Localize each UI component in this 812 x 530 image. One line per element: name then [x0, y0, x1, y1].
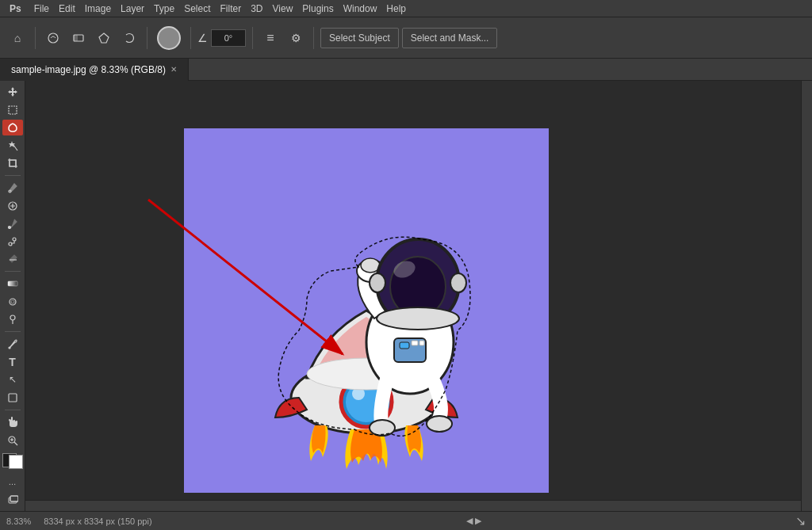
eyedropper-tool[interactable] [2, 180, 23, 196]
svg-rect-5 [10, 160, 16, 166]
blur-tool[interactable] [2, 294, 23, 310]
menu-help[interactable]: Help [381, 2, 411, 16]
lasso-tool[interactable] [2, 120, 23, 135]
home-button[interactable]: ⌂ [6, 27, 29, 49]
magnetic-btn[interactable] [118, 27, 140, 49]
svg-point-42 [370, 273, 385, 292]
toolbar-separator-2 [147, 27, 147, 49]
svg-point-13 [10, 299, 16, 305]
dodge-tool[interactable] [2, 311, 23, 327]
svg-line-20 [14, 442, 17, 445]
select-and-mask-button[interactable]: Select and Mask... [402, 28, 498, 48]
menu-view[interactable]: View [268, 2, 298, 16]
mode-icon-btn[interactable]: ≡ [259, 27, 282, 49]
background-color[interactable] [9, 455, 23, 469]
selection-rect-tool[interactable] [2, 101, 23, 117]
toolbar-separator-5 [313, 27, 314, 49]
brush-tool[interactable] [2, 215, 23, 231]
main-area: T ↖ … [0, 81, 812, 511]
settings-icon-btn[interactable]: ⚙ [285, 27, 307, 49]
tab-close-icon[interactable]: ✕ [170, 65, 177, 74]
menu-bar: Ps File Edit Image Layer Type Select Fil… [0, 0, 812, 17]
menu-plugins[interactable]: Plugins [297, 2, 338, 16]
menu-layer[interactable]: Layer [116, 2, 149, 16]
pen-tool[interactable] [2, 336, 23, 352]
svg-rect-34 [412, 341, 418, 345]
angle-input[interactable] [211, 29, 246, 47]
svg-line-4 [13, 145, 17, 151]
menu-image[interactable]: Image [80, 2, 116, 16]
toolbar-separator-4 [252, 27, 253, 49]
magic-wand-tool[interactable] [2, 137, 23, 153]
select-subject-button[interactable]: Select Subject [320, 28, 399, 48]
crop-tool[interactable] [2, 155, 23, 171]
svg-point-9 [13, 238, 16, 241]
lasso-single-btn[interactable] [67, 27, 90, 49]
tab-bar: sample-image.jpg @ 8.33% (RGB/8) ✕ [0, 59, 812, 81]
tab-label: sample-image.jpg @ 8.33% (RGB/8) [11, 64, 166, 75]
vertical-scrollbar[interactable] [801, 81, 812, 511]
svg-point-17 [9, 347, 10, 349]
toolbar-separator-3 [190, 27, 191, 49]
svg-rect-12 [8, 281, 17, 286]
angle-icon: ∠ [197, 32, 208, 44]
svg-rect-18 [9, 394, 17, 402]
menu-3d[interactable]: 3D [246, 2, 267, 16]
toolbar-divider-4 [5, 410, 21, 410]
heal-tool[interactable] [2, 198, 23, 214]
shape-tool[interactable] [2, 390, 23, 406]
tab-sample-image[interactable]: sample-image.jpg @ 8.33% (RGB/8) ✕ [0, 59, 189, 81]
svg-point-43 [450, 273, 466, 292]
menu-window[interactable]: Window [339, 2, 382, 16]
menu-select[interactable]: Select [179, 2, 215, 16]
more-tools-btn[interactable]: … [2, 474, 23, 490]
cursor-indicator: ↘ [795, 513, 806, 528]
svg-rect-2 [74, 35, 78, 41]
svg-point-14 [11, 300, 14, 303]
svg-point-44 [370, 420, 395, 436]
toolbar-divider-2 [5, 271, 21, 272]
zoom-tool[interactable] [2, 432, 23, 448]
layer-icon-btn[interactable] [2, 492, 23, 508]
eraser-tool[interactable] [2, 251, 23, 267]
move-tool[interactable] [2, 84, 23, 100]
left-toolbar: T ↖ … [0, 81, 25, 511]
color-swatches[interactable] [2, 453, 23, 469]
status-bar: 8.33% 8334 px x 8334 px (150 ppi) ◀ ▶ ↘ [0, 511, 812, 530]
svg-point-0 [48, 33, 58, 43]
toolbar-divider-1 [5, 175, 21, 176]
hand-tool[interactable] [2, 414, 23, 430]
canvas-area [25, 81, 812, 511]
svg-point-15 [10, 315, 15, 320]
nav-arrows[interactable]: ◀ ▶ [466, 516, 481, 526]
path-select-tool[interactable]: ↖ [2, 372, 23, 387]
astronaut-illustration [184, 128, 549, 493]
gradient-tool[interactable] [2, 276, 23, 292]
polygon-btn[interactable] [93, 27, 115, 49]
svg-point-8 [8, 227, 10, 229]
brush-size-circle[interactable] [157, 26, 181, 50]
ps-logo: Ps [5, 2, 26, 16]
menu-edit[interactable]: Edit [54, 2, 80, 16]
brush-tool-btn[interactable] [42, 27, 64, 49]
menu-file[interactable]: File [29, 2, 54, 16]
image-dimensions: 8334 px x 8334 px (150 ppi) [44, 517, 151, 526]
svg-point-45 [427, 416, 452, 432]
zoom-level: 8.33% [6, 517, 31, 526]
menu-type[interactable]: Type [149, 2, 179, 16]
top-toolbar: ⌂ ∠ ≡ ⚙ Select Subject Select and Mask..… [0, 17, 812, 59]
toolbar-separator-1 [35, 27, 36, 49]
clone-stamp-tool[interactable] [2, 233, 23, 249]
menu-filter[interactable]: Filter [215, 2, 246, 16]
toolbar-divider-3 [5, 331, 21, 332]
svg-point-10 [9, 242, 12, 246]
svg-rect-35 [419, 341, 424, 345]
svg-rect-33 [400, 342, 409, 349]
text-tool[interactable]: T [2, 354, 23, 370]
svg-rect-3 [9, 106, 17, 114]
svg-point-41 [377, 307, 459, 330]
horizontal-scrollbar[interactable] [25, 500, 801, 511]
image-canvas [184, 128, 549, 493]
svg-rect-24 [10, 496, 18, 501]
